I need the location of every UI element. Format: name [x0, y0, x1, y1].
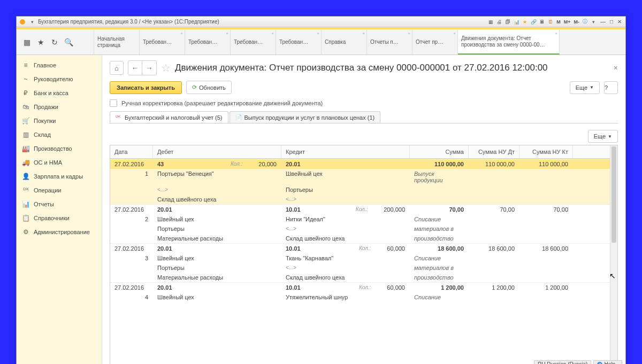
- sidebar-item[interactable]: 🛒Покупки: [17, 114, 102, 128]
- more-button[interactable]: Еще ▼: [570, 81, 600, 94]
- secondary-tab[interactable]: ᴰᴷБухгалтерский и налоговый учет (5): [110, 111, 228, 123]
- cell-debit-account: 43: [157, 161, 164, 167]
- search-icon[interactable]: 🔍: [64, 37, 73, 47]
- table-row[interactable]: Портьеры<...>материалов в: [110, 224, 617, 234]
- sidebar-item[interactable]: ᴰᴷОперации: [17, 183, 102, 197]
- cell-nukt: [519, 224, 573, 234]
- top-tab[interactable]: Требован…×: [185, 30, 231, 55]
- col-sum[interactable]: Сумма: [410, 145, 469, 158]
- status-help-button[interactable]: ? Help ▾: [593, 360, 622, 364]
- col-debit[interactable]: Дебет: [153, 145, 281, 158]
- sidebar-item[interactable]: 🚚ОС и НМА: [17, 156, 102, 169]
- table-row[interactable]: Портьеры<...>материалов в: [110, 263, 617, 273]
- grid-more-button[interactable]: Еще ▼: [588, 130, 618, 143]
- close-button[interactable]: ✕: [616, 19, 623, 25]
- tab-close-icon[interactable]: ×: [362, 31, 365, 36]
- m-button[interactable]: M: [555, 19, 562, 25]
- tab-close-icon[interactable]: ×: [271, 31, 274, 36]
- sidebar-item-label: Отчеты: [34, 201, 54, 207]
- favorite-icon[interactable]: ★: [36, 37, 45, 47]
- top-tab[interactable]: Отчеты п…×: [367, 30, 412, 55]
- tab-close-icon[interactable]: ×: [555, 31, 557, 36]
- language-indicator[interactable]: RU Russian (Russia): [534, 360, 591, 364]
- link-icon[interactable]: 🔗: [530, 18, 537, 26]
- sidebar-item[interactable]: ₽Банк и касса: [17, 86, 102, 100]
- cell-debit: Швейный цех: [153, 253, 281, 263]
- table-row[interactable]: Материальные расходыСклад швейного цехап…: [110, 273, 617, 282]
- refresh-button[interactable]: ⟳ Обновить: [186, 81, 232, 94]
- table-row[interactable]: 27.02.201620.0110.01Кол.:200,00070,0070,…: [110, 204, 617, 214]
- tb-icon-3[interactable]: 🗐: [504, 18, 511, 26]
- back-button[interactable]: ←: [128, 61, 142, 75]
- help-button[interactable]: ?: [604, 81, 618, 94]
- info-icon[interactable]: ⓘ: [582, 18, 589, 26]
- table-row[interactable]: 4Швейный цехУтяжелительный шнурСписание: [110, 292, 617, 302]
- sidebar-item[interactable]: ▥Склад: [17, 128, 102, 142]
- table-row[interactable]: 3Швейный цехТкань "Карнавал"Списание: [110, 253, 617, 263]
- tb-icon-4[interactable]: 📊: [513, 18, 520, 26]
- home-button[interactable]: ⌂: [110, 61, 124, 75]
- history-icon[interactable]: ↻: [50, 37, 59, 47]
- cell-nukt: [519, 195, 573, 204]
- tab-close-icon[interactable]: ×: [226, 31, 228, 36]
- col-nukt[interactable]: Сумма НУ Кт: [519, 145, 573, 158]
- cell-credit: Портьеры: [281, 185, 410, 195]
- scroll-thumb[interactable]: [612, 146, 616, 243]
- sidebar-item[interactable]: 📋Справочники: [17, 211, 102, 225]
- table-row[interactable]: 27.02.201620.0110.01Кол.:60,00018 600,00…: [110, 243, 617, 253]
- sidebar-item[interactable]: ≡Главное: [17, 58, 102, 72]
- sidebar-item[interactable]: 👤Зарплата и кадры: [17, 169, 102, 183]
- top-tab[interactable]: Требован…×: [140, 30, 185, 55]
- cell-nukt: 110 000,00: [519, 159, 573, 169]
- tb-icon-1[interactable]: ▦: [487, 18, 494, 26]
- tab-label: Справка: [325, 39, 363, 46]
- col-nudt[interactable]: Сумма НУ Дт: [469, 145, 519, 158]
- table-row[interactable]: 2Швейный цехНитки "Идеал"Списание: [110, 214, 617, 224]
- table-row[interactable]: 27.02.201643Кол.:20,00020.01110 000,0011…: [110, 159, 617, 169]
- sidebar-item[interactable]: ⚙Администрирование: [17, 225, 102, 239]
- top-tab[interactable]: Движения документа: Отчетпроизводства за…: [458, 30, 560, 55]
- sidebar-item[interactable]: 🏭Производство: [17, 142, 102, 156]
- m-plus-button[interactable]: M+: [563, 19, 572, 25]
- favorite-toggle-icon[interactable]: ☆: [161, 61, 171, 74]
- dropdown-icon[interactable]: ▾: [28, 18, 36, 26]
- top-tab[interactable]: Отчет пр…×: [412, 30, 458, 55]
- table-row[interactable]: 27.02.201620.0110.01Кол.:60,0001 200,001…: [110, 282, 617, 292]
- menu-icon[interactable]: ▦: [22, 37, 32, 47]
- calendar-icon[interactable]: 🗓: [547, 18, 554, 26]
- tab-close-icon[interactable]: ×: [453, 31, 456, 36]
- top-tab[interactable]: Начальнаястраница: [94, 30, 140, 55]
- m-minus-button[interactable]: M-: [572, 19, 580, 25]
- grid-body[interactable]: 27.02.201643Кол.:20,00020.01110 000,0011…: [110, 159, 617, 364]
- col-credit[interactable]: Кредит: [281, 145, 410, 158]
- tab-close-icon[interactable]: ×: [180, 31, 183, 36]
- sidebar-item[interactable]: ~Руководителю: [17, 72, 102, 86]
- tab-close-icon[interactable]: ×: [408, 31, 410, 36]
- save-close-button[interactable]: Записать и закрыть: [110, 81, 182, 94]
- top-tab[interactable]: Требован…×: [231, 30, 276, 55]
- scrollbar-vertical[interactable]: [610, 145, 617, 364]
- table-row[interactable]: <...>Портьеры: [110, 185, 617, 195]
- sidebar-item[interactable]: 🛍Продажи: [17, 100, 102, 114]
- star-icon[interactable]: ★: [521, 18, 529, 26]
- tab-label: Начальная: [97, 36, 136, 43]
- col-date[interactable]: Дата: [110, 145, 153, 158]
- top-tab[interactable]: Требован…×: [276, 30, 322, 55]
- tab-close-icon[interactable]: ×: [317, 31, 319, 36]
- tb-icon-2[interactable]: 🖨: [495, 18, 503, 26]
- top-tab[interactable]: Справка×: [322, 30, 367, 55]
- cell-sum: Выпуск продукции: [410, 169, 469, 185]
- info-drop-icon[interactable]: ▾: [590, 18, 598, 26]
- page-close-button[interactable]: ×: [614, 64, 618, 72]
- sidebar-item[interactable]: 📊Отчеты: [17, 197, 102, 211]
- forward-button[interactable]: →: [142, 61, 156, 75]
- minimize-button[interactable]: —: [599, 19, 607, 25]
- cell-date: [110, 195, 153, 204]
- table-row[interactable]: 1Портьеры "Венеция"Швейный цехВыпуск про…: [110, 169, 617, 185]
- table-row[interactable]: Склад швейного цеха<...>: [110, 195, 617, 204]
- manual-edit-checkbox[interactable]: [110, 99, 117, 107]
- secondary-tab[interactable]: 📄Выпуск продукции и услуг в плановых цен…: [230, 111, 381, 123]
- calc-icon[interactable]: 🖩: [538, 18, 546, 26]
- maximize-button[interactable]: □: [608, 19, 615, 25]
- table-row[interactable]: Материальные расходыСклад швейного цехап…: [110, 234, 617, 243]
